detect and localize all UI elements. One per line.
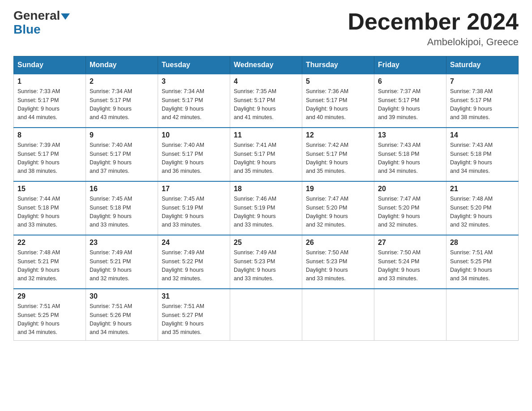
day-info: Sunrise: 7:47 AMSunset: 5:20 PMDaylight:…: [306, 196, 348, 228]
calendar-cell: 3 Sunrise: 7:34 AMSunset: 5:17 PMDayligh…: [158, 74, 230, 128]
calendar-header-row: SundayMondayTuesdayWednesdayThursdayFrid…: [14, 56, 519, 74]
day-info: Sunrise: 7:47 AMSunset: 5:20 PMDaylight:…: [378, 196, 420, 228]
calendar-cell: 25 Sunrise: 7:49 AMSunset: 5:23 PMDaylig…: [230, 235, 302, 289]
day-number: 19: [306, 185, 370, 193]
day-info: Sunrise: 7:39 AMSunset: 5:17 PMDaylight:…: [17, 142, 60, 174]
day-info: Sunrise: 7:46 AMSunset: 5:19 PMDaylight:…: [234, 196, 276, 228]
day-info: Sunrise: 7:40 AMSunset: 5:17 PMDaylight:…: [90, 142, 132, 174]
day-number: 2: [90, 77, 154, 86]
day-info: Sunrise: 7:37 AMSunset: 5:17 PMDaylight:…: [378, 88, 420, 120]
header-saturday: Saturday: [446, 56, 519, 74]
calendar-cell: 30 Sunrise: 7:51 AMSunset: 5:26 PMDaylig…: [86, 289, 158, 340]
day-number: 11: [234, 131, 298, 139]
day-info: Sunrise: 7:36 AMSunset: 5:17 PMDaylight:…: [306, 88, 348, 120]
calendar-cell: 1 Sunrise: 7:33 AMSunset: 5:17 PMDayligh…: [14, 74, 86, 128]
day-number: 26: [306, 239, 370, 247]
day-info: Sunrise: 7:49 AMSunset: 5:22 PMDaylight:…: [162, 249, 204, 282]
logo: General Blue: [13, 9, 70, 37]
calendar-cell: 7 Sunrise: 7:38 AMSunset: 5:17 PMDayligh…: [446, 74, 519, 128]
day-info: Sunrise: 7:48 AMSunset: 5:21 PMDaylight:…: [17, 249, 60, 282]
day-number: 5: [306, 77, 370, 86]
day-number: 14: [450, 131, 515, 139]
calendar-cell: 2 Sunrise: 7:34 AMSunset: 5:17 PMDayligh…: [86, 74, 158, 128]
day-number: 20: [378, 185, 442, 193]
day-info: Sunrise: 7:51 AMSunset: 5:25 PMDaylight:…: [17, 303, 60, 335]
day-info: Sunrise: 7:49 AMSunset: 5:23 PMDaylight:…: [234, 249, 276, 282]
day-number: 6: [378, 77, 442, 86]
calendar-cell: 27 Sunrise: 7:50 AMSunset: 5:24 PMDaylig…: [374, 235, 446, 289]
day-number: 13: [378, 131, 442, 139]
calendar-cell: 26 Sunrise: 7:50 AMSunset: 5:23 PMDaylig…: [302, 235, 374, 289]
day-info: Sunrise: 7:38 AMSunset: 5:17 PMDaylight:…: [450, 88, 493, 120]
calendar-cell: 28 Sunrise: 7:51 AMSunset: 5:25 PMDaylig…: [446, 235, 519, 289]
calendar-cell: 15 Sunrise: 7:44 AMSunset: 5:18 PMDaylig…: [14, 181, 86, 235]
day-number: 10: [162, 131, 226, 139]
day-number: 24: [162, 239, 226, 247]
day-info: Sunrise: 7:40 AMSunset: 5:17 PMDaylight:…: [162, 142, 204, 174]
calendar-cell: 13 Sunrise: 7:43 AMSunset: 5:18 PMDaylig…: [374, 128, 446, 181]
calendar-cell: [374, 289, 446, 340]
header-wednesday: Wednesday: [230, 56, 302, 74]
calendar-cell: 19 Sunrise: 7:47 AMSunset: 5:20 PMDaylig…: [302, 181, 374, 235]
calendar-cell: 11 Sunrise: 7:41 AMSunset: 5:17 PMDaylig…: [230, 128, 302, 181]
day-number: 30: [90, 292, 154, 300]
day-info: Sunrise: 7:34 AMSunset: 5:17 PMDaylight:…: [162, 88, 204, 120]
day-number: 21: [450, 185, 515, 193]
header-monday: Monday: [86, 56, 158, 74]
day-info: Sunrise: 7:33 AMSunset: 5:17 PMDaylight:…: [17, 88, 60, 120]
page-header: General Blue December 2024 Ambelokipoi, …: [13, 9, 519, 48]
day-info: Sunrise: 7:51 AMSunset: 5:27 PMDaylight:…: [162, 303, 204, 335]
calendar-table: SundayMondayTuesdayWednesdayThursdayFrid…: [13, 56, 519, 341]
calendar-cell: 12 Sunrise: 7:42 AMSunset: 5:17 PMDaylig…: [302, 128, 374, 181]
day-number: 17: [162, 185, 226, 193]
header-thursday: Thursday: [302, 56, 374, 74]
calendar-cell: 23 Sunrise: 7:49 AMSunset: 5:21 PMDaylig…: [86, 235, 158, 289]
month-title: December 2024: [348, 9, 519, 34]
calendar-cell: 31 Sunrise: 7:51 AMSunset: 5:27 PMDaylig…: [158, 289, 230, 340]
day-number: 4: [234, 77, 298, 86]
day-info: Sunrise: 7:51 AMSunset: 5:26 PMDaylight:…: [90, 303, 132, 335]
day-number: 28: [450, 239, 515, 247]
calendar-cell: 14 Sunrise: 7:43 AMSunset: 5:18 PMDaylig…: [446, 128, 519, 181]
logo-blue: Blue: [13, 22, 41, 36]
calendar-week-row: 29 Sunrise: 7:51 AMSunset: 5:25 PMDaylig…: [14, 289, 519, 340]
day-number: 3: [162, 77, 226, 86]
day-info: Sunrise: 7:34 AMSunset: 5:17 PMDaylight:…: [90, 88, 132, 120]
logo-triangle-icon: [61, 13, 70, 20]
day-info: Sunrise: 7:48 AMSunset: 5:20 PMDaylight:…: [450, 196, 493, 228]
header-right: December 2024 Ambelokipoi, Greece: [348, 9, 519, 48]
header-friday: Friday: [374, 56, 446, 74]
day-number: 29: [17, 292, 82, 300]
logo-general: General: [13, 9, 60, 22]
calendar-cell: 4 Sunrise: 7:35 AMSunset: 5:17 PMDayligh…: [230, 74, 302, 128]
calendar-cell: 8 Sunrise: 7:39 AMSunset: 5:17 PMDayligh…: [14, 128, 86, 181]
day-info: Sunrise: 7:42 AMSunset: 5:17 PMDaylight:…: [306, 142, 348, 174]
calendar-cell: 16 Sunrise: 7:45 AMSunset: 5:18 PMDaylig…: [86, 181, 158, 235]
day-info: Sunrise: 7:45 AMSunset: 5:19 PMDaylight:…: [162, 196, 204, 228]
day-info: Sunrise: 7:44 AMSunset: 5:18 PMDaylight:…: [17, 196, 60, 228]
calendar-cell: [230, 289, 302, 340]
calendar-cell: 9 Sunrise: 7:40 AMSunset: 5:17 PMDayligh…: [86, 128, 158, 181]
calendar-week-row: 1 Sunrise: 7:33 AMSunset: 5:17 PMDayligh…: [14, 74, 519, 128]
calendar-cell: 29 Sunrise: 7:51 AMSunset: 5:25 PMDaylig…: [14, 289, 86, 340]
day-number: 22: [17, 239, 82, 247]
location: Ambelokipoi, Greece: [348, 36, 519, 48]
day-number: 8: [17, 131, 82, 139]
day-info: Sunrise: 7:51 AMSunset: 5:25 PMDaylight:…: [450, 249, 493, 282]
calendar-cell: 5 Sunrise: 7:36 AMSunset: 5:17 PMDayligh…: [302, 74, 374, 128]
day-info: Sunrise: 7:50 AMSunset: 5:24 PMDaylight:…: [378, 249, 420, 282]
day-info: Sunrise: 7:41 AMSunset: 5:17 PMDaylight:…: [234, 142, 276, 174]
day-info: Sunrise: 7:35 AMSunset: 5:17 PMDaylight:…: [234, 88, 276, 120]
calendar-cell: 10 Sunrise: 7:40 AMSunset: 5:17 PMDaylig…: [158, 128, 230, 181]
calendar-cell: 20 Sunrise: 7:47 AMSunset: 5:20 PMDaylig…: [374, 181, 446, 235]
day-number: 25: [234, 239, 298, 247]
day-number: 1: [17, 77, 82, 86]
calendar-week-row: 22 Sunrise: 7:48 AMSunset: 5:21 PMDaylig…: [14, 235, 519, 289]
day-number: 16: [90, 185, 154, 193]
day-number: 18: [234, 185, 298, 193]
header-sunday: Sunday: [14, 56, 86, 74]
day-info: Sunrise: 7:50 AMSunset: 5:23 PMDaylight:…: [306, 249, 348, 282]
calendar-cell: 22 Sunrise: 7:48 AMSunset: 5:21 PMDaylig…: [14, 235, 86, 289]
day-info: Sunrise: 7:43 AMSunset: 5:18 PMDaylight:…: [378, 142, 420, 174]
day-number: 23: [90, 239, 154, 247]
